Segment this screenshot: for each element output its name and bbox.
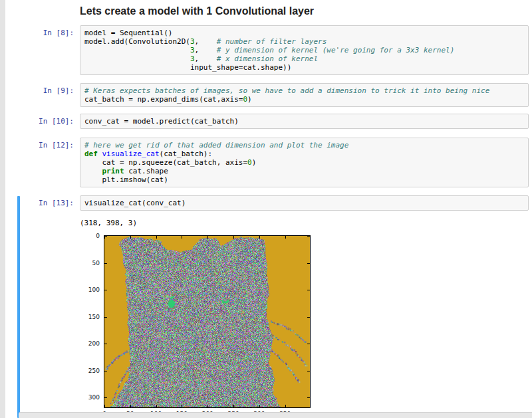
y-tick-label: 300 [80, 394, 100, 401]
input-prompt: In [9]: [5, 83, 80, 95]
code-cell-in13: In [13]: visualize_cat(conv_cat) [5, 195, 532, 211]
y-tick-label: 200 [80, 340, 100, 347]
code-cell-in13-selected[interactable]: In [13]: visualize_cat(conv_cat) (318, 3… [5, 195, 532, 418]
code-text: conv_cat = model.predict(cat_batch) [84, 117, 524, 126]
code-text: # Keras expects batches of images, so we… [84, 86, 524, 104]
y-tick-label: 250 [80, 367, 100, 374]
code-input-area[interactable]: visualize_cat(conv_cat) [80, 195, 529, 211]
code-text: visualize_cat(conv_cat) [84, 199, 524, 207]
input-prompt: In [10]: [5, 114, 80, 126]
cell-list: In [8]: model = Sequential() model.add(C… [5, 25, 532, 418]
notebook-content: Lets create a model with 1 Convolutional… [5, 0, 532, 418]
code-cell-in10: In [10]: conv_cat = model.predict(cat_ba… [5, 114, 532, 129]
y-tick-label: 0 [80, 233, 100, 239]
page-left-gutter [0, 0, 5, 418]
input-prompt: In [13]: [5, 195, 80, 207]
cell-output-area: (318, 398, 3) 050100150200250300 0501001… [80, 219, 532, 418]
input-prompt: In [12]: [5, 138, 80, 150]
next-cell-edge [19, 412, 532, 418]
matplotlib-figure: 050100150200250300 050100150200250300350 [80, 231, 340, 418]
input-prompt: In [8]: [5, 25, 80, 37]
selected-cell-indicator-bar [17, 196, 20, 418]
code-input-area[interactable]: # here we get rid of that added dimensio… [80, 138, 529, 187]
code-text: model = Sequential() model.add(Convoluti… [84, 29, 524, 72]
code-cell-in8: In [8]: model = Sequential() model.add(C… [5, 25, 532, 75]
y-tick-label: 100 [80, 286, 100, 293]
y-tick-label: 50 [80, 260, 100, 266]
markdown-heading-cell[interactable]: Lets create a model with 1 Convolutional… [80, 0, 532, 19]
code-cell-in9: In [9]: # Keras expects batches of image… [5, 83, 532, 107]
code-input-area[interactable]: conv_cat = model.predict(cat_batch) [80, 114, 529, 129]
y-tick-label: 150 [80, 314, 100, 320]
code-cell-in12: In [12]: # here we get rid of that added… [5, 138, 532, 187]
code-input-area[interactable]: # Keras expects batches of images, so we… [80, 83, 529, 107]
convolved-cat-image [104, 235, 311, 408]
code-input-area[interactable]: model = Sequential() model.add(Convoluti… [80, 25, 529, 75]
code-text: # here we get rid of that added dimensio… [84, 141, 524, 184]
shape-print-output: (318, 398, 3) [80, 219, 532, 227]
